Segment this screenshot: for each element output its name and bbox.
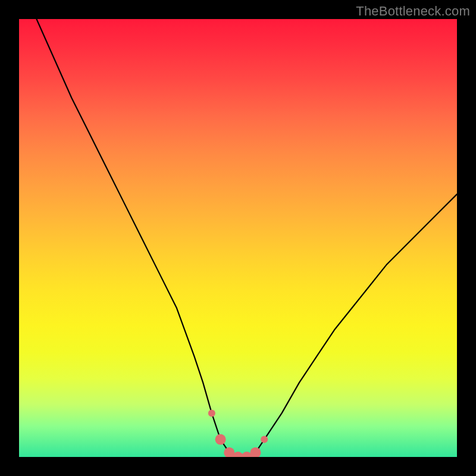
minimum-markers: [208, 409, 268, 457]
minimum-marker: [215, 434, 226, 445]
plot-area: [19, 19, 457, 457]
minimum-marker: [261, 436, 268, 443]
watermark-text: TheBottleneck.com: [356, 4, 470, 19]
bottleneck-curve: [19, 19, 457, 457]
minimum-marker: [208, 409, 215, 416]
minimum-marker: [250, 447, 261, 457]
chart-frame: TheBottleneck.com: [0, 0, 476, 476]
curve-path: [36, 19, 457, 457]
